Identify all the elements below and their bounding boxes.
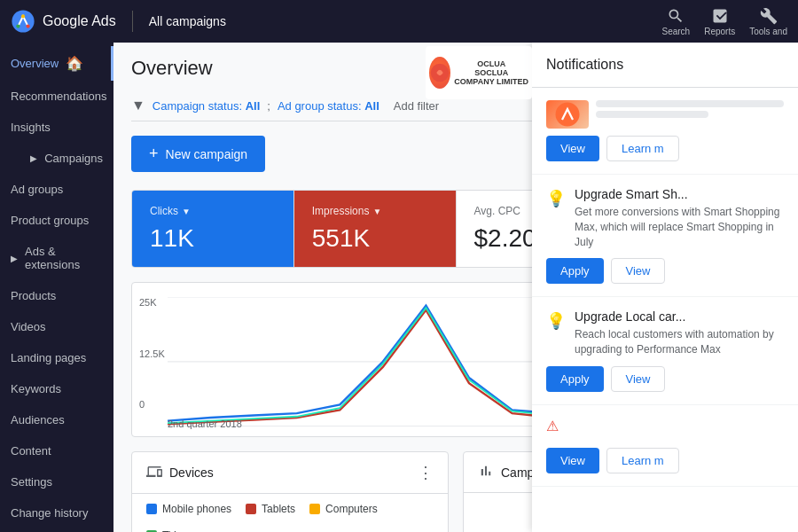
sidebar-item-label: Settings bbox=[11, 475, 52, 489]
notif-warning-lines bbox=[566, 418, 591, 441]
sidebar-item-label: Recommendations bbox=[11, 90, 106, 103]
devices-card-title: Devices bbox=[146, 464, 214, 482]
new-campaign-button[interactable]: + New campaign bbox=[131, 136, 265, 172]
notif-promo-logo bbox=[546, 100, 589, 129]
sidebar-item-overview[interactable]: Overview 🏠 bbox=[0, 46, 113, 81]
sidebar-item-recommendations[interactable]: Recommendations bbox=[0, 81, 113, 112]
oclua-icon bbox=[429, 57, 450, 89]
legend-tablets-label: Tablets bbox=[262, 503, 295, 515]
topbar-logo: Google Ads bbox=[11, 9, 116, 34]
legend-computers-label: Computers bbox=[325, 503, 378, 515]
google-ads-icon bbox=[11, 9, 35, 34]
notification-smart-shopping: 💡 Upgrade Smart Sh... Get more conversio… bbox=[532, 175, 798, 297]
x-label-left: 2nd quarter 2018 bbox=[168, 419, 242, 429]
reports-icon[interactable]: Reports bbox=[704, 7, 735, 36]
add-filter-button[interactable]: Add filter bbox=[394, 99, 439, 113]
sidebar-item-adgroups[interactable]: Ad groups bbox=[0, 174, 113, 205]
layout: Overview 🏠 Recommendations Insights ▶ Ca… bbox=[0, 43, 798, 532]
filter-adgroup-label: Ad group status: All bbox=[278, 99, 379, 113]
devices-icon bbox=[146, 464, 162, 482]
metric-clicks-value: 11K bbox=[150, 224, 276, 253]
legend-computers-dot bbox=[309, 504, 320, 514]
sidebar-item-ads[interactable]: ▶ Ads & extensions bbox=[0, 236, 113, 280]
tools-label: Tools and bbox=[749, 27, 787, 36]
reports-label: Reports bbox=[704, 27, 735, 36]
legend-tablets: Tablets bbox=[246, 503, 295, 515]
tools-icon[interactable]: Tools and bbox=[749, 7, 787, 36]
new-campaign-label: New campaign bbox=[166, 147, 248, 161]
plus-icon: + bbox=[149, 145, 159, 163]
sidebar-item-label: Videos bbox=[11, 320, 46, 333]
notification-warning: ⚠ View Learn m bbox=[532, 405, 798, 487]
legend-mobile-dot bbox=[146, 504, 157, 514]
metric-impressions[interactable]: Impressions ▼ 551K bbox=[294, 191, 457, 267]
notif-warning-view-button[interactable]: View bbox=[546, 448, 599, 473]
devices-title-text: Devices bbox=[169, 466, 214, 480]
notif-local-title: Upgrade Local car... bbox=[575, 309, 784, 324]
sidebar-item-insights[interactable]: Insights bbox=[0, 112, 113, 143]
sidebar-item-suggested[interactable]: Suggested bbox=[0, 528, 113, 532]
chevron-right-icon: ▶ bbox=[30, 153, 37, 163]
search-icon[interactable]: Search bbox=[661, 7, 690, 36]
metric-clicks[interactable]: Clicks ▼ 11K bbox=[132, 191, 294, 267]
filter-campaign-label: Campaign status: All bbox=[153, 99, 260, 113]
notification-local-campaign: 💡 Upgrade Local car... Reach local custo… bbox=[532, 297, 798, 405]
topbar: Google Ads All campaigns Search Reports … bbox=[0, 0, 798, 43]
sidebar-item-audiences[interactable]: Audiences bbox=[0, 404, 113, 435]
home-icon: 🏠 bbox=[66, 55, 83, 72]
notif-promo-view-button[interactable]: View bbox=[546, 136, 599, 161]
filter-icon: ▼ bbox=[131, 98, 145, 113]
sidebar-item-changehistory[interactable]: Change history bbox=[0, 497, 113, 528]
dropdown-arrow-icon: ▼ bbox=[182, 207, 191, 216]
sidebar-item-campaigns[interactable]: ▶ Campaigns bbox=[0, 143, 113, 174]
devices-card: Devices ⋮ Mobile phones Tablets bbox=[131, 451, 449, 532]
notif-local-apply-button[interactable]: Apply bbox=[546, 366, 604, 392]
search-label: Search bbox=[661, 27, 690, 36]
oclua-subtitle: SOCLUA COMPANY LIMITED bbox=[454, 68, 528, 86]
notif-smart-apply-button[interactable]: Apply bbox=[546, 258, 604, 284]
notification-promo: View Learn m bbox=[532, 88, 798, 175]
oclua-overlay: OCLUA SOCLUA COMPANY LIMITED bbox=[426, 46, 532, 99]
notif-line-2 bbox=[596, 111, 708, 118]
topbar-page-title: All campaigns bbox=[149, 14, 226, 28]
sidebar-item-label: Change history bbox=[11, 506, 88, 520]
svg-point-8 bbox=[556, 103, 580, 127]
legend-mobile: Mobile phones bbox=[146, 503, 231, 515]
notif-local-actions: Apply View bbox=[546, 366, 784, 392]
svg-point-1 bbox=[21, 14, 25, 18]
notif-promo-learn-button[interactable]: Learn m bbox=[606, 136, 679, 161]
notif-smart-desc: Get more conversions with Smart Shopping… bbox=[575, 205, 784, 249]
sidebar-item-label: Keywords bbox=[11, 382, 61, 395]
notif-smart-view-button[interactable]: View bbox=[611, 258, 666, 284]
devices-legend: Mobile phones Tablets Computers TV scree… bbox=[132, 494, 448, 532]
notif-local-view-button[interactable]: View bbox=[611, 366, 666, 392]
sidebar-item-productgroups[interactable]: Product groups bbox=[0, 205, 113, 236]
sidebar-item-content[interactable]: Content bbox=[0, 435, 113, 466]
sidebar-item-keywords[interactable]: Keywords bbox=[0, 373, 113, 404]
sidebar-item-label: Audiences bbox=[11, 413, 65, 426]
legend-mobile-label: Mobile phones bbox=[162, 503, 231, 515]
devices-menu-icon[interactable]: ⋮ bbox=[418, 463, 434, 482]
dropdown-arrow-icon-2: ▼ bbox=[372, 207, 381, 216]
notif-warning-actions: View Learn m bbox=[546, 448, 784, 473]
devices-card-header: Devices ⋮ bbox=[132, 452, 448, 494]
sidebar-item-label: Overview bbox=[11, 57, 59, 70]
oclua-name: OCLUA bbox=[454, 59, 528, 68]
filter-separator: ; bbox=[267, 99, 270, 113]
sidebar: Overview 🏠 Recommendations Insights ▶ Ca… bbox=[0, 43, 113, 532]
notif-promo-lines bbox=[596, 100, 784, 129]
sidebar-item-products[interactable]: Products bbox=[0, 280, 113, 311]
sidebar-item-label: Insights bbox=[11, 121, 51, 134]
chart-y-labels: 25K 12.5K 0 bbox=[139, 297, 165, 410]
sidebar-item-settings[interactable]: Settings bbox=[0, 466, 113, 497]
sidebar-item-videos[interactable]: Videos bbox=[0, 311, 113, 342]
sidebar-item-label: Products bbox=[11, 289, 56, 302]
sidebar-item-label: Landing pages bbox=[11, 351, 86, 364]
notif-promo-top bbox=[546, 100, 784, 129]
notif-warning-learn-button[interactable]: Learn m bbox=[606, 448, 679, 473]
sidebar-item-landing[interactable]: Landing pages bbox=[0, 342, 113, 373]
notif-local-desc: Reach local customers with automation by… bbox=[575, 327, 784, 357]
notif-promo-actions: View Learn m bbox=[546, 136, 784, 161]
sidebar-item-label: Content bbox=[11, 444, 51, 458]
warning-icon: ⚠ bbox=[546, 418, 559, 434]
